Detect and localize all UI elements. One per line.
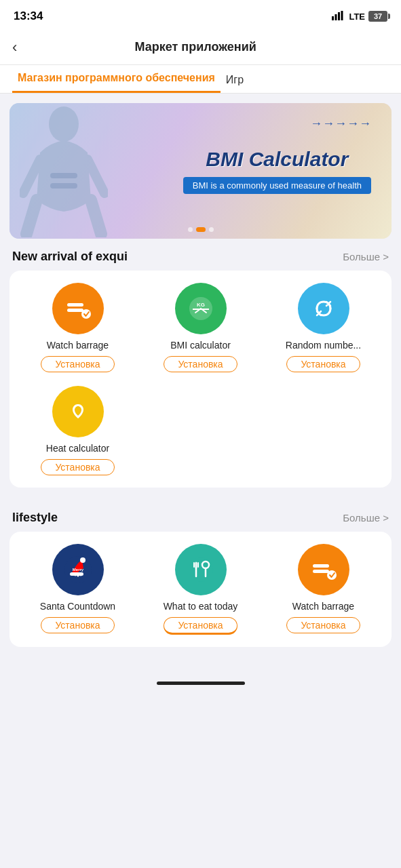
svg-rect-5 bbox=[50, 173, 77, 178]
new-arrival-title: New arrival of exqui bbox=[12, 250, 128, 264]
svg-rect-6 bbox=[50, 183, 77, 189]
status-time: 13:34 bbox=[14, 9, 43, 23]
santa-install[interactable]: Установка bbox=[41, 617, 114, 633]
lifestyle-card: Merry Xmas Santa Countdown Установка bbox=[9, 532, 392, 647]
lifestyle-header: lifestyle Больше > bbox=[0, 500, 401, 532]
santa-icon: Merry Xmas bbox=[52, 544, 104, 595]
svg-rect-28 bbox=[313, 564, 329, 568]
svg-point-9 bbox=[81, 309, 91, 319]
svg-point-4 bbox=[49, 106, 79, 142]
page-title: Маркет приложений bbox=[24, 40, 367, 54]
random-install[interactable]: Установка bbox=[286, 356, 360, 372]
svg-rect-1 bbox=[335, 14, 337, 20]
watch-barrage-install[interactable]: Установка bbox=[41, 356, 114, 372]
svg-point-15 bbox=[80, 557, 85, 563]
app-item-bmi[interactable]: KG BMI calculator Установка bbox=[139, 283, 262, 372]
svg-rect-3 bbox=[341, 11, 343, 20]
banner-figure bbox=[9, 103, 118, 239]
watch-barrage-2-icon bbox=[298, 544, 349, 595]
app-item-food[interactable]: What to eat today Установка bbox=[139, 544, 262, 635]
new-arrival-card: Watch barrage Установка KG BMI calculato… bbox=[9, 271, 392, 488]
back-button[interactable]: ‹ bbox=[12, 39, 24, 56]
random-icon bbox=[298, 283, 349, 334]
svg-point-21 bbox=[189, 557, 213, 582]
banner-title: BMI Calculator bbox=[183, 148, 371, 170]
nav-bar: ‹ Маркет приложений bbox=[0, 30, 401, 65]
heat-install[interactable]: Установка bbox=[41, 459, 114, 475]
watch-barrage-icon bbox=[52, 283, 104, 334]
heat-name: Heat calculator bbox=[46, 443, 109, 454]
food-name: What to eat today bbox=[164, 601, 238, 612]
watch-barrage-2-name: Watch barrage bbox=[292, 601, 354, 612]
svg-rect-29 bbox=[313, 570, 329, 573]
bmi-icon: KG bbox=[175, 283, 227, 334]
tab-software[interactable]: Магазин программного обеспечения bbox=[12, 65, 221, 93]
home-indicator bbox=[0, 667, 401, 690]
bmi-name: BMI calculator bbox=[170, 340, 231, 351]
svg-rect-2 bbox=[338, 12, 340, 20]
dot-3 bbox=[209, 227, 214, 232]
svg-rect-0 bbox=[332, 16, 334, 20]
banner-content: BMI Calculator BMI is a commonly used me… bbox=[183, 148, 371, 194]
bmi-install[interactable]: Установка bbox=[164, 356, 237, 372]
tab-games[interactable]: Игр bbox=[221, 67, 249, 93]
app-item-watch-barrage[interactable]: Watch barrage Установка bbox=[16, 283, 139, 372]
lte-label: LTE bbox=[349, 12, 365, 22]
watch-barrage-2-install[interactable]: Установка bbox=[286, 617, 360, 633]
lifestyle-title: lifestyle bbox=[12, 511, 58, 525]
svg-rect-8 bbox=[67, 309, 83, 312]
dot-2 bbox=[196, 227, 206, 232]
svg-text:KG: KG bbox=[197, 302, 205, 308]
status-icons: LTE 37 bbox=[332, 11, 387, 22]
random-name: Random numbe... bbox=[286, 340, 361, 351]
banner-dots bbox=[188, 227, 214, 232]
svg-point-30 bbox=[327, 570, 337, 580]
signal-icon bbox=[332, 11, 345, 22]
home-bar bbox=[157, 682, 245, 685]
svg-rect-7 bbox=[67, 303, 83, 307]
food-icon bbox=[175, 544, 227, 595]
battery-icon: 37 bbox=[368, 11, 387, 22]
lifestyle-more[interactable]: Больше > bbox=[343, 512, 389, 524]
tabs-container: Магазин программного обеспечения Игр bbox=[0, 65, 401, 94]
banner-arrows: →→→→→ bbox=[310, 117, 371, 131]
app-item-santa[interactable]: Merry Xmas Santa Countdown Установка bbox=[16, 544, 139, 635]
watch-barrage-name: Watch barrage bbox=[47, 340, 109, 351]
banner: →→→→→ BMI Calculator BMI is a commonly u… bbox=[9, 103, 392, 239]
svg-text:Xmas: Xmas bbox=[73, 572, 83, 576]
status-bar: 13:34 LTE 37 bbox=[0, 0, 401, 30]
lifestyle-section: lifestyle Больше > M bbox=[0, 500, 401, 647]
new-arrival-header: New arrival of exqui Больше > bbox=[0, 239, 401, 271]
santa-name: Santa Countdown bbox=[40, 601, 115, 612]
app-item-random[interactable]: Random numbe... Установка bbox=[262, 283, 385, 372]
banner-subtitle: BMI is a commonly used measure of health bbox=[183, 177, 371, 194]
heat-icon bbox=[52, 386, 104, 437]
dot-1 bbox=[188, 227, 193, 232]
food-install[interactable]: Установка bbox=[164, 617, 237, 635]
app-item-watch-barrage-2[interactable]: Watch barrage Установка bbox=[262, 544, 385, 635]
new-arrival-more[interactable]: Больше > bbox=[343, 251, 389, 262]
app-item-heat[interactable]: Heat calculator Установка bbox=[16, 386, 139, 475]
lifestyle-grid: Merry Xmas Santa Countdown Установка bbox=[16, 544, 385, 635]
new-arrival-grid: Watch barrage Установка KG BMI calculato… bbox=[16, 283, 385, 475]
